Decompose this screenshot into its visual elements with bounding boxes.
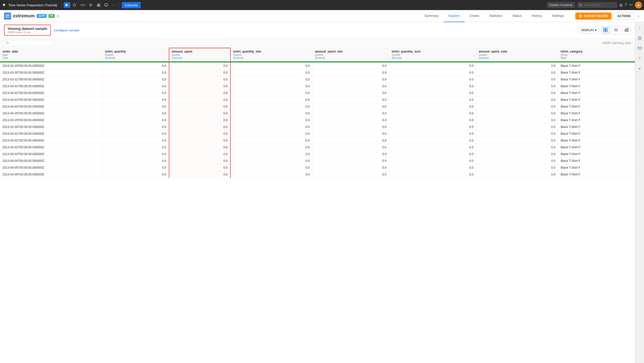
col-header-amount-spent-sum[interactable]: amount_spent_sum double Decimal [476,48,558,61]
table-row: 2013-03-29T00:00:00.000000Z0.00.00.00.00… [0,63,635,69]
nav-deploy-btn[interactable] [64,2,70,8]
col-header-order-date[interactable]: order_date date Date [0,48,102,61]
cell-10-1: 0.0 [102,130,169,137]
cell-15-3: 0.0 [230,164,312,171]
cell-12-0: 2013-04-02T00:00:00.000000Z [0,144,102,151]
cell-15-4: 0.0 [312,164,389,171]
cell-6-0: 2013-04-04T00:00:00.000000Z [0,103,102,110]
right-sidebar: › [635,22,644,363]
tab-explore[interactable]: Explore [444,10,465,22]
help-icon[interactable]: ? [625,3,627,7]
view-toolbar: Viewing dataset sample 10000 rows, 8 col… [0,22,635,38]
cell-4-1: 0.0 [102,90,169,97]
tab-statistics[interactable]: Statistics [484,10,507,22]
col-header-tshirt-category[interactable]: tshirt_category string Text [558,48,635,61]
svg-marker-0 [66,4,68,7]
col-header-amount-spent-min[interactable]: amount_spent_min double Decimal [312,48,389,61]
cell-2-0: 2013-03-31T00:00:00.000000Z [0,76,102,83]
datasets-button[interactable]: Datasets [122,2,141,8]
col-header-amount-spent[interactable]: amount_spent double Decimal [169,48,230,61]
cell-0-2: 0.0 [169,63,230,69]
sidebar-up-btn[interactable] [636,55,643,62]
cell-12-3: 0.0 [230,144,312,151]
cell-3-5: 0.0 [389,83,476,90]
cell-14-3: 0.0 [230,158,312,164]
collapse-right-btn[interactable]: › [637,13,640,19]
svg-rect-14 [604,30,605,32]
nav-print-btn[interactable] [95,2,102,8]
tab-summary[interactable]: Summary [419,10,444,22]
configure-sample-link[interactable]: Configure sample [54,28,79,32]
cell-0-5: 0.0 [389,63,476,69]
col-name-tshirt-cat: tshirt_category [561,50,632,53]
search-input[interactable] [577,2,617,8]
cell-11-6: 0.0 [476,137,558,144]
col-meaning-amount-spent-sum: Decimal [479,56,555,59]
col-header-tshirt-qty-min[interactable]: tshirt_quantity_min double Decimal [230,48,312,61]
sidebar-info-btn[interactable] [636,35,643,42]
table-area[interactable]: 10000 matching rows order_date date Date… [0,38,635,363]
cell-16-6: 0.0 [476,171,558,178]
table-row: 2013-03-29T00:00:00.000000Z0.00.00.00.00… [0,117,635,124]
display-btn[interactable]: DISPLAY ▾ [579,27,599,33]
col-header-tshirt-quantity[interactable]: tshirt_quantity double Decimal [102,48,169,61]
cell-14-6: 0.0 [476,158,558,164]
nav-refresh-btn[interactable] [71,2,78,8]
nav-monitor-btn[interactable] [103,2,109,8]
dataset-info-btn[interactable]: ⊙ [57,14,60,18]
cell-8-5: 0.0 [389,117,476,124]
cell-2-7: Black T-Shirt F [558,76,635,83]
nav-run-btn[interactable] [88,2,94,8]
nav-more-btn[interactable]: ··· [110,2,116,8]
search-wrapper [577,2,617,8]
cell-15-6: 0.0 [476,164,558,171]
svg-point-26 [639,37,640,38]
cell-11-7: Black T-Shirt F [558,137,635,144]
cell-5-1: 0.0 [102,97,169,103]
grid-view-btn[interactable] [601,26,610,34]
cell-7-4: 0.0 [312,110,389,117]
bar-view-btn[interactable] [622,26,631,34]
tab-settings[interactable]: Settings [547,10,569,22]
col-name-amount-spent-min: amount_spent_min [315,50,386,53]
cell-0-6: 0.0 [476,63,558,69]
cell-6-4: 0.0 [312,103,389,110]
col-name-amount-spent-sum: amount_spent_sum [479,50,555,53]
activity-icon[interactable]: 〜 [629,3,633,8]
sidebar-mail-btn[interactable] [636,45,643,52]
cell-6-6: 0.0 [476,103,558,110]
dataiku-academy-btn[interactable]: Dataiku Academy [547,2,575,8]
cell-6-2: 0.0 [169,103,230,110]
svg-line-23 [8,43,9,44]
parent-recipe-label: PARENT RECIPE [584,14,608,18]
cell-9-4: 0.0 [312,124,389,130]
col-header-tshirt-qty-sum[interactable]: tshirt_quantity_sum double Decimal [389,48,476,61]
col-meaning-tshirt-qty: Decimal [105,56,166,59]
tab-history[interactable]: History [527,10,547,22]
sidebar-collapse-btn[interactable]: › [636,25,643,32]
col-meaning-order-date: Date [3,56,100,59]
sidebar-down-btn[interactable] [636,65,643,72]
cell-1-3: 0.0 [230,69,312,76]
list-view-btn[interactable] [612,26,620,34]
nav-code-btn[interactable]: </> [79,2,87,8]
table-row: 2013-04-05T00:00:00.000000Z0.00.00.00.00… [0,110,635,117]
svg-rect-3 [98,5,99,6]
cell-11-1: 0.0 [102,137,169,144]
cell-15-7: Black T-Shirt F [558,164,635,171]
cell-7-3: 0.0 [230,110,312,117]
table-search-input[interactable] [4,40,54,46]
user-avatar[interactable]: A [635,2,642,9]
cell-11-3: 0.0 [230,137,312,144]
tab-status[interactable]: Status [507,10,527,22]
cell-8-6: 0.0 [476,117,558,124]
tab-charts[interactable]: Charts [465,10,484,22]
search-icon [579,4,582,7]
table-row: 2013-04-03T00:00:00.000000Z0.00.00.00.00… [0,97,635,103]
parent-recipe-btn[interactable]: ⚙ PARENT RECIPE [575,13,611,20]
table-row: 2013-04-01T00:00:00.000000Z0.00.00.00.00… [0,137,635,144]
cell-5-0: 2013-04-03T00:00:00.000000Z [0,97,102,103]
col-name-tshirt-qty-sum: tshirt_quantity_sum [392,50,473,53]
grid-icon[interactable]: ⊞ [619,3,623,8]
actions-btn[interactable]: ACTIONS [614,13,635,20]
